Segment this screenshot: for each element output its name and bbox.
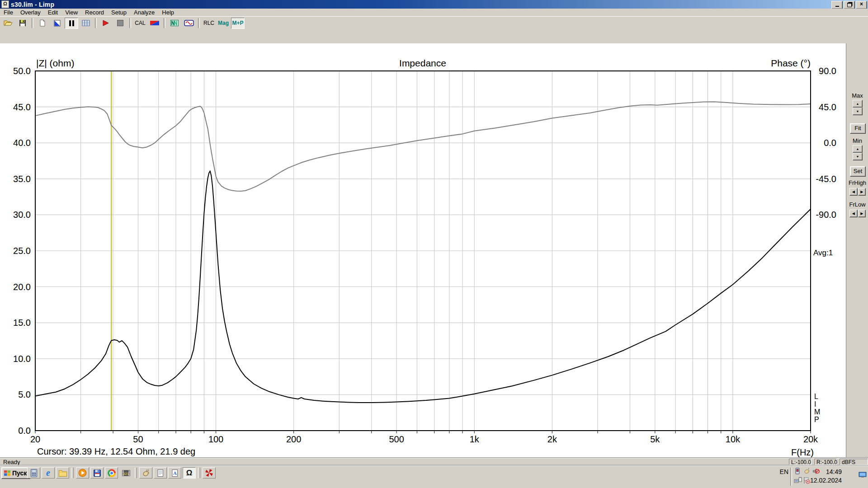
menu-edit[interactable]: Edit: [44, 9, 61, 16]
svg-text:A: A: [173, 470, 177, 476]
taskbar-notepad-button[interactable]: [154, 467, 167, 479]
copy-icon: [39, 19, 46, 27]
writer-icon: A: [171, 469, 179, 477]
play-icon: [102, 20, 109, 26]
frhigh-arrows[interactable]: ◀▶: [849, 188, 866, 196]
mute-icon[interactable]: [812, 468, 820, 475]
close-button[interactable]: ×: [856, 1, 867, 9]
network-icon[interactable]: [794, 477, 802, 484]
taskbar-omega-button[interactable]: Ω: [183, 467, 196, 479]
taskbar-media-player-button[interactable]: [76, 467, 89, 479]
taskbar-diskette-button[interactable]: [90, 467, 104, 479]
menu-analyze[interactable]: Analyze: [130, 9, 158, 16]
display-x-icon[interactable]: [794, 468, 802, 475]
copy-icon[interactable]: [36, 18, 49, 29]
goat-icon: [142, 469, 150, 477]
arta-icon: [205, 469, 213, 477]
toolbar: CALRLCMagM+P: [0, 16, 868, 29]
notepad-icon: [157, 469, 164, 477]
taskbar-film-321-button[interactable]: 321: [119, 467, 132, 479]
menu-setup[interactable]: Setup: [108, 9, 130, 16]
toolbar-separator: [95, 18, 97, 28]
svg-text:321: 321: [123, 471, 129, 475]
cal-button-label: CAL: [135, 20, 145, 26]
mag-phase-button[interactable]: M+P: [231, 18, 245, 29]
status-bar: Ready L:-100.0 R:-100.0 dBFS: [0, 457, 868, 466]
chrome-icon: [108, 469, 116, 477]
cal-button[interactable]: CAL: [133, 18, 147, 29]
frlow-label: FrLow: [846, 201, 868, 208]
stop-icon[interactable]: [113, 18, 127, 29]
save-file-icon: [19, 19, 26, 27]
tray-separator: [790, 468, 792, 486]
table-icon: [82, 20, 90, 26]
calculator-icon: [30, 469, 38, 478]
taskbar-goat-button[interactable]: [139, 467, 152, 479]
menu-record[interactable]: Record: [81, 9, 108, 16]
min-spinner[interactable]: ▲▼: [853, 145, 863, 160]
diskette-icon: [93, 469, 101, 477]
overlay-curves-icon[interactable]: [168, 18, 181, 29]
taskbar-chrome-button[interactable]: [105, 467, 118, 479]
clock-time: 14:49: [826, 468, 842, 475]
taskbar-calculator-button[interactable]: [27, 467, 40, 479]
mag-button-label: Mag: [218, 20, 229, 26]
app-icon-omega: Ω: [1, 0, 9, 8]
limp-watermark: LIMP: [814, 393, 820, 423]
max-label: Max: [846, 92, 868, 99]
menu-help[interactable]: Help: [158, 9, 178, 16]
color-setup-icon[interactable]: [50, 18, 64, 29]
film-321-icon: 321: [122, 469, 131, 477]
restore-icon: [847, 3, 852, 7]
pause-icon[interactable]: [65, 18, 78, 29]
quick-launch-handle[interactable]: [198, 468, 200, 478]
generator-setup-icon: [150, 20, 160, 26]
left-level-indicator: L:-100.0: [789, 459, 811, 465]
title-bar: Ω s30.lim - Limp ×: [0, 0, 868, 9]
quick-launch-handle[interactable]: [135, 468, 137, 478]
clock-date: 12.02.2024: [810, 477, 842, 484]
taskbar-ie-button[interactable]: e: [42, 467, 55, 479]
language-indicator[interactable]: EN: [780, 468, 788, 475]
limp-application-window: Ω s30.lim - Limp × FileOverlayEditViewRe…: [0, 0, 868, 488]
status-text: Ready: [3, 459, 20, 465]
quick-launch-handle[interactable]: [71, 468, 74, 478]
taskbar-writer-button[interactable]: A: [168, 467, 181, 479]
close-icon: ×: [860, 1, 863, 7]
restore-button[interactable]: [844, 1, 855, 9]
color-setup-icon: [54, 20, 61, 27]
open-file-icon[interactable]: [1, 18, 15, 29]
mag-button[interactable]: Mag: [217, 18, 230, 29]
toolbar-separator: [129, 18, 131, 28]
show-desktop-button[interactable]: [858, 471, 867, 479]
offline-flag-icon[interactable]: [803, 477, 811, 484]
quick-launch-bar: e321AΩ: [27, 467, 216, 479]
fit-button[interactable]: Fit: [850, 123, 866, 134]
sine-signal-icon[interactable]: [182, 18, 196, 29]
right-level-indicator: R:-100.0: [814, 459, 837, 465]
table-icon[interactable]: [79, 18, 93, 29]
mag-phase-button-label: M+P: [232, 20, 243, 26]
media-player-icon: [78, 469, 87, 477]
menu-view[interactable]: View: [61, 9, 81, 16]
cursor-readout: Cursor: 39.39 Hz, 12.54 Ohm, 21.9 deg: [37, 446, 195, 457]
generator-setup-icon[interactable]: [148, 18, 161, 29]
play-icon[interactable]: [99, 18, 113, 29]
frhigh-label: FrHigh: [846, 179, 868, 186]
windows-logo-icon: [4, 470, 11, 476]
taskbar-folder-button[interactable]: [56, 467, 69, 479]
taskbar-arta-button[interactable]: [203, 467, 216, 479]
goat-tray-icon[interactable]: [803, 468, 811, 475]
scale-panel: Max ▲▼ Fit Min ▲▼ Set FrHigh ◀▶ FrLow ◀▶: [846, 43, 868, 457]
start-button[interactable]: Пуск: [1, 467, 30, 479]
minimize-button[interactable]: [831, 1, 843, 9]
chart-title: Impedance: [399, 58, 446, 69]
set-button[interactable]: Set: [850, 166, 866, 177]
max-spinner[interactable]: ▲▼: [853, 100, 863, 115]
frlow-arrows[interactable]: ◀▶: [849, 210, 866, 217]
toolbar-separator: [164, 18, 165, 28]
menu-file[interactable]: File: [0, 9, 17, 16]
menu-overlay[interactable]: Overlay: [17, 9, 44, 16]
rlc-button[interactable]: RLC: [202, 18, 216, 29]
save-file-icon[interactable]: [16, 18, 29, 29]
